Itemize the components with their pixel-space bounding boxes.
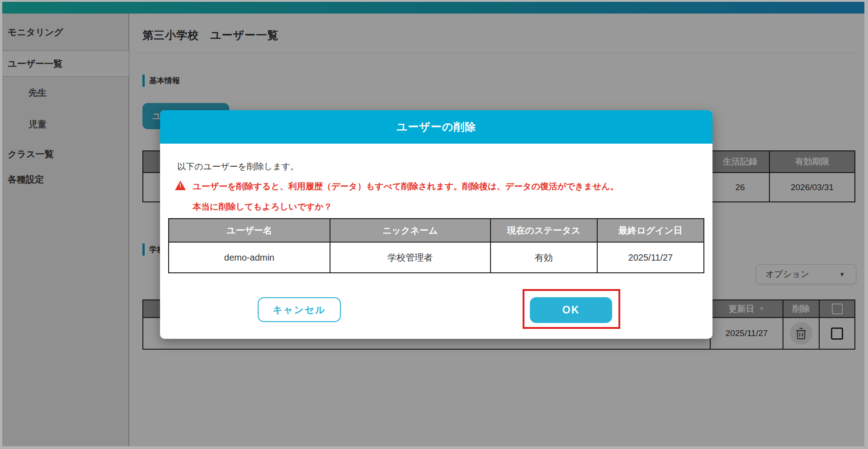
modal-intro-text: 以下のユーザーを削除します。 (177, 161, 299, 173)
ok-highlight-annotation (523, 289, 620, 329)
modal-table-data-row: demo-admin 学校管理者 有効 2025/11/27 (169, 242, 703, 272)
modal-user-table: ユーザー名 ニックネーム 現在のステータス 最終ログイン日 demo-admin… (168, 218, 704, 273)
warning-triangle-icon: ! (175, 181, 186, 190)
modal-cell-nickname: 学校管理者 (330, 242, 490, 272)
modal-col-status: 現在のステータス (490, 219, 597, 242)
modal-col-nickname: ニックネーム (330, 219, 490, 242)
modal-cell-username: demo-admin (169, 242, 330, 272)
modal-cell-status: 有効 (490, 242, 597, 272)
cancel-button[interactable]: キャンセル (258, 297, 341, 322)
warning-text-line2: 本当に削除してもよろしいですか？ (193, 201, 332, 213)
modal-col-username: ユーザー名 (169, 219, 330, 242)
warning-exclamation: ! (179, 182, 182, 189)
window-frame-bottom (0, 446, 868, 449)
window-frame-top (0, 0, 868, 2)
modal-header: ユーザーの削除 (160, 110, 712, 144)
window-frame-left (0, 0, 2, 449)
delete-user-modal: ユーザーの削除 以下のユーザーを削除します。 ! ユーザーを削除すると、利用履歴… (160, 110, 712, 339)
modal-cell-last-login: 2025/11/27 (597, 242, 703, 272)
window-frame-right (864, 0, 868, 449)
warning-text-line1: ユーザーを削除すると、利用履歴（データ）もすべて削除されます。削除後は、データの… (193, 181, 619, 192)
modal-col-last-login: 最終ログイン日 (597, 219, 703, 242)
modal-table-header-row: ユーザー名 ニックネーム 現在のステータス 最終ログイン日 (169, 219, 703, 242)
modal-title: ユーザーの削除 (396, 120, 476, 134)
